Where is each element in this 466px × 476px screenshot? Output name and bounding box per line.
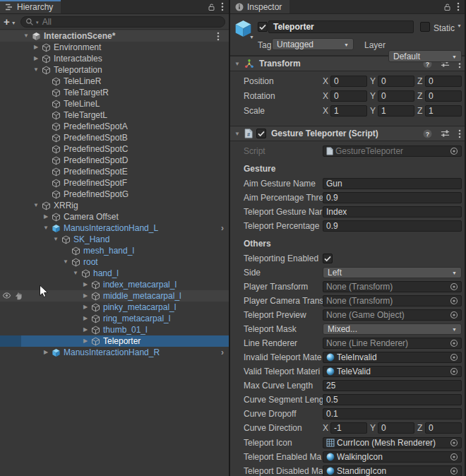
object-field[interactable]: None (Transform)	[323, 281, 462, 292]
active-checkbox[interactable]	[258, 22, 268, 32]
hierarchy-row[interactable]: ▼SK_Hand	[0, 234, 229, 245]
foldout-arrow-icon[interactable]: ▶	[31, 53, 41, 64]
open-prefab-arrow[interactable]: ›	[221, 222, 224, 234]
number-field[interactable]: 0	[425, 90, 462, 102]
number-field[interactable]: 1	[330, 105, 367, 117]
number-field[interactable]: 0	[378, 76, 414, 87]
number-field[interactable]: 1	[378, 105, 414, 117]
object-picker-icon[interactable]	[450, 297, 458, 305]
foldout-arrow-icon[interactable]: ▼	[234, 61, 241, 67]
hierarchy-row[interactable]: TeleTargetL	[0, 109, 229, 121]
number-field[interactable]: 0	[330, 76, 367, 87]
hierarchy-row[interactable]: TeleTargetR	[0, 87, 229, 98]
object-field[interactable]: GestureTeleporter	[323, 145, 462, 157]
object-picker-icon[interactable]	[450, 367, 458, 376]
object-picker-icon[interactable]	[450, 147, 458, 155]
tab-inspector[interactable]: Inspector	[230, 0, 289, 13]
open-prefab-arrow[interactable]: ›	[221, 347, 224, 358]
hierarchy-row[interactable]: ▼hand_l	[0, 268, 229, 279]
picking-hand-icon[interactable]	[14, 292, 23, 302]
number-field[interactable]: -1	[330, 422, 367, 434]
foldout-arrow-icon[interactable]: ▼	[234, 131, 241, 137]
hierarchy-row[interactable]: ▶ManusInteractionHand_R›	[0, 347, 229, 358]
hierarchy-row[interactable]: ▶Interactables	[0, 53, 229, 64]
hierarchy-row[interactable]: ▶Camera Offset	[0, 211, 229, 222]
hierarchy-row[interactable]: PredefinedSpotG	[0, 189, 229, 200]
number-field[interactable]: 0	[425, 422, 462, 434]
foldout-arrow-icon[interactable]: ▼	[61, 256, 71, 268]
foldout-arrow-icon[interactable]: ▶	[41, 211, 51, 222]
foldout-arrow-icon[interactable]: ▶	[80, 324, 90, 335]
hierarchy-row[interactable]: PredefinedSpotE	[0, 166, 229, 177]
lock-icon[interactable]	[208, 3, 215, 11]
object-picker-icon[interactable]	[450, 453, 458, 461]
foldout-arrow-icon[interactable]: ▶	[80, 302, 90, 313]
gameobject-icon-caret[interactable]: ▼	[249, 35, 254, 40]
hierarchy-row[interactable]: ▼Teleportation	[0, 64, 229, 76]
object-field[interactable]: TeleInvalid	[323, 352, 462, 363]
text-field[interactable]: 25	[323, 380, 462, 391]
gameobject-name-field[interactable]: Teleporter	[268, 20, 414, 33]
foldout-arrow-icon[interactable]: ▶	[31, 42, 41, 53]
layer-dropdown[interactable]: Default ▼	[388, 50, 462, 62]
object-field[interactable]: None (Transform)	[323, 295, 462, 307]
text-field[interactable]: 0.9	[323, 192, 462, 203]
hierarchy-row[interactable]: ▶middle_metacarpal_l	[0, 290, 229, 302]
object-picker-icon[interactable]	[450, 339, 458, 347]
hierarchy-row[interactable]: ▼root	[0, 256, 229, 268]
object-picker-icon[interactable]	[450, 353, 458, 362]
object-picker-icon[interactable]	[450, 467, 458, 475]
foldout-arrow-icon[interactable]: ▶	[80, 279, 90, 290]
hierarchy-row[interactable]: ▶Teleporter	[0, 335, 229, 347]
dropdown[interactable]: Left▼	[323, 267, 462, 278]
foldout-arrow-icon[interactable]: ▶	[80, 290, 90, 302]
object-field[interactable]: TeleValid	[323, 366, 462, 377]
text-field[interactable]: 0.1	[323, 408, 462, 420]
foldout-arrow-icon[interactable]: ▶	[80, 313, 90, 324]
text-field[interactable]: Index	[323, 206, 462, 218]
hierarchy-row[interactable]: PredefinedSpotB	[0, 132, 229, 143]
foldout-arrow-icon[interactable]: ▼	[51, 234, 61, 245]
hierarchy-row[interactable]: ▶index_metacarpal_l	[0, 279, 229, 290]
help-icon[interactable]: ?	[423, 129, 432, 138]
hierarchy-row[interactable]: ▼XRRig	[0, 200, 229, 211]
kebab-menu-icon[interactable]	[458, 129, 461, 138]
create-object-button[interactable]: + ▼	[4, 16, 16, 27]
text-field[interactable]: 0.5	[323, 394, 462, 405]
object-field[interactable]: WalkingIcon	[323, 451, 462, 463]
number-field[interactable]: 0	[378, 90, 414, 102]
hierarchy-row[interactable]: PredefinedSpotD	[0, 155, 229, 166]
component-enabled-checkbox[interactable]	[256, 129, 266, 138]
hierarchy-row[interactable]: PredefinedSpotC	[0, 143, 229, 155]
foldout-arrow-icon[interactable]: ▼	[71, 268, 80, 279]
foldout-arrow-icon[interactable]: ▼	[31, 200, 41, 211]
text-field[interactable]: Gun	[323, 178, 462, 189]
hierarchy-row[interactable]: PredefinedSpotA	[0, 121, 229, 132]
property-checkbox[interactable]	[323, 254, 333, 263]
hierarchy-row[interactable]: ▶thumb_01_l	[0, 324, 229, 335]
foldout-arrow-icon[interactable]: ▶	[80, 335, 90, 347]
text-field[interactable]: 0.9	[323, 220, 462, 232]
static-dropdown-caret[interactable]: ▼	[457, 23, 462, 28]
tab-hierarchy[interactable]: Hierarchy	[0, 0, 61, 13]
foldout-arrow-icon[interactable]: ▼	[41, 222, 51, 234]
hierarchy-row[interactable]: ▼ManusInteractionHand_L›	[0, 222, 229, 234]
visibility-eye-icon[interactable]	[2, 291, 11, 302]
search-input[interactable]: ▼ All	[20, 16, 225, 28]
hierarchy-row[interactable]: PredefinedSpotF	[0, 177, 229, 189]
foldout-arrow-icon[interactable]: ▼	[21, 30, 31, 42]
object-field[interactable]: CurrIcon (Mesh Renderer)	[323, 437, 462, 448]
kebab-menu-icon[interactable]	[457, 2, 460, 11]
tag-dropdown[interactable]: Untagged ▼	[272, 38, 354, 50]
static-checkbox[interactable]	[420, 22, 430, 32]
hierarchy-row[interactable]: mesh_hand_l	[0, 245, 229, 256]
hierarchy-row[interactable]: TeleLineL	[0, 98, 229, 109]
number-field[interactable]: 0	[378, 422, 414, 434]
object-field[interactable]: StandingIcon	[323, 465, 462, 476]
hierarchy-row[interactable]: TeleLineR	[0, 76, 229, 87]
object-picker-icon[interactable]	[450, 311, 458, 319]
hierarchy-row[interactable]: ▶ring_metacarpal_l	[0, 313, 229, 324]
presets-icon[interactable]	[441, 129, 450, 138]
number-field[interactable]: 0	[330, 90, 367, 102]
hierarchy-row[interactable]: ▶Environment	[0, 42, 229, 53]
